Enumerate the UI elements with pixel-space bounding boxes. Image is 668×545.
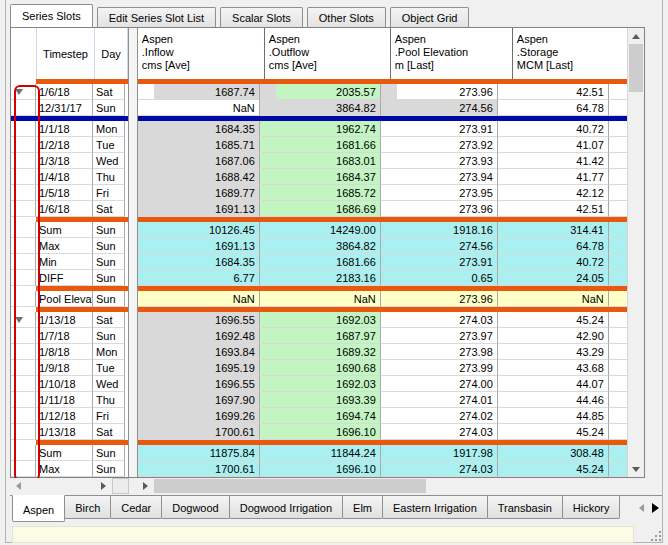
value-cell[interactable]: 1689.32 — [260, 344, 381, 360]
timestep-cell[interactable]: 1/2/18 — [36, 137, 93, 153]
value-cell[interactable]: 0.65 — [381, 270, 498, 286]
value-cell[interactable]: 1687.74 — [138, 84, 260, 100]
tab-series-slots[interactable]: Series Slots — [10, 4, 93, 27]
day-cell[interactable]: Mon — [93, 344, 125, 360]
value-cell[interactable]: 1962.74 — [260, 121, 381, 137]
value-cell[interactable]: 1695.19 — [138, 360, 260, 376]
value-cell[interactable]: 41.07 — [498, 137, 609, 153]
tab-other-slots[interactable]: Other Slots — [307, 7, 386, 27]
value-cell[interactable]: 42.90 — [498, 328, 609, 344]
value-cell[interactable]: 24.05 — [498, 270, 609, 286]
value-cell[interactable]: 1918.16 — [381, 222, 498, 238]
value-cell[interactable]: 273.96 — [381, 84, 498, 100]
value-cell[interactable] — [609, 84, 627, 100]
value-cell[interactable] — [609, 312, 627, 328]
object-tab-cedar[interactable]: Cedar — [110, 496, 162, 519]
timestep-cell[interactable]: Sum — [36, 445, 93, 461]
value-cell[interactable] — [609, 201, 627, 217]
value-cell[interactable]: 1693.84 — [138, 344, 260, 360]
timestep-cell[interactable]: Pool Elevat — [36, 291, 93, 307]
timestep-cell[interactable]: 1/13/18 — [36, 424, 93, 440]
main-scroll-thumb[interactable] — [154, 479, 426, 493]
timestep-cell[interactable]: 1/11/18 — [36, 392, 93, 408]
object-tab-elm[interactable]: Elm — [342, 496, 383, 519]
value-cell[interactable]: 273.92 — [381, 137, 498, 153]
pane-resize-button[interactable] — [112, 478, 129, 494]
object-tab-transbasin[interactable]: Transbasin — [487, 496, 563, 519]
day-cell[interactable]: Fri — [93, 408, 125, 424]
value-cell[interactable]: 43.68 — [498, 360, 609, 376]
day-cell[interactable]: Sat — [93, 424, 125, 440]
value-cell[interactable]: NaN — [138, 100, 260, 116]
value-cell[interactable] — [609, 344, 627, 360]
object-tab-birch[interactable]: Birch — [64, 496, 111, 519]
day-cell[interactable]: Mon — [93, 121, 125, 137]
value-cell[interactable] — [609, 121, 627, 137]
vertical-scroll-thumb[interactable] — [629, 44, 643, 92]
value-cell[interactable]: 42.51 — [498, 84, 609, 100]
timestep-cell[interactable]: DIFF — [36, 270, 93, 286]
pane-splitter[interactable] — [128, 28, 138, 477]
tab-scalar-slots[interactable]: Scalar Slots — [220, 7, 303, 27]
value-cell[interactable] — [609, 445, 627, 461]
value-cell[interactable]: 274.56 — [381, 100, 498, 116]
value-cell[interactable]: 3864.82 — [260, 100, 381, 116]
value-cell[interactable]: 1696.10 — [260, 461, 381, 477]
value-cell[interactable]: 14249.00 — [260, 222, 381, 238]
value-cell[interactable]: 1691.13 — [138, 201, 260, 217]
day-cell[interactable]: Thu — [93, 169, 125, 185]
object-tab-aspen[interactable]: Aspen — [12, 495, 65, 522]
timestep-cell[interactable]: 1/13/18 — [36, 312, 93, 328]
value-cell[interactable]: 1699.26 — [138, 408, 260, 424]
value-cell[interactable]: 1681.66 — [260, 137, 381, 153]
value-cell[interactable]: 43.29 — [498, 344, 609, 360]
timestep-cell[interactable]: 1/6/18 — [36, 84, 93, 100]
value-cell[interactable]: 273.96 — [381, 291, 498, 307]
value-cell[interactable]: 64.78 — [498, 238, 609, 254]
value-cell[interactable]: 273.99 — [381, 360, 498, 376]
value-cell[interactable] — [609, 408, 627, 424]
value-cell[interactable]: 1700.61 — [138, 461, 260, 477]
value-cell[interactable]: 1686.69 — [260, 201, 381, 217]
left-pane-scroll-right[interactable] — [95, 478, 111, 494]
value-cell[interactable]: NaN — [260, 291, 381, 307]
value-cell[interactable]: 1692.48 — [138, 328, 260, 344]
day-cell[interactable]: Tue — [93, 137, 125, 153]
timestep-cell[interactable]: Min — [36, 254, 93, 270]
value-cell[interactable]: 1700.61 — [138, 424, 260, 440]
left-pane-hscrollbar[interactable] — [10, 478, 111, 494]
value-cell[interactable]: 1681.66 — [260, 254, 381, 270]
value-cell[interactable]: NaN — [498, 291, 609, 307]
day-cell[interactable]: Sat — [93, 312, 125, 328]
value-cell[interactable]: 64.78 — [498, 100, 609, 116]
value-cell[interactable]: 11844.24 — [260, 445, 381, 461]
timestep-cell[interactable]: 12/31/17 — [36, 100, 93, 116]
value-cell[interactable]: 273.93 — [381, 153, 498, 169]
value-cell[interactable]: 45.24 — [498, 312, 609, 328]
value-cell[interactable] — [609, 222, 627, 238]
object-tab-eastern-irrigation[interactable]: Eastern Irrigation — [382, 496, 488, 519]
value-cell[interactable]: 1917.98 — [381, 445, 498, 461]
value-cell[interactable]: 1696.55 — [138, 312, 260, 328]
timestep-cell[interactable]: 1/12/18 — [36, 408, 93, 424]
value-cell[interactable] — [609, 376, 627, 392]
value-cell[interactable]: 273.95 — [381, 185, 498, 201]
value-cell[interactable] — [609, 238, 627, 254]
value-cell[interactable]: 40.72 — [498, 121, 609, 137]
value-cell[interactable]: 1684.35 — [138, 121, 260, 137]
day-cell[interactable]: Tue — [93, 360, 125, 376]
timestep-cell[interactable]: 1/3/18 — [36, 153, 93, 169]
value-cell[interactable]: 1687.06 — [138, 153, 260, 169]
day-cell[interactable]: Wed — [93, 376, 125, 392]
value-cell[interactable] — [609, 328, 627, 344]
value-cell[interactable]: 1683.01 — [260, 153, 381, 169]
value-cell[interactable]: 273.91 — [381, 121, 498, 137]
value-cell[interactable] — [609, 137, 627, 153]
day-cell[interactable]: Sun — [93, 238, 125, 254]
value-cell[interactable]: 1697.90 — [138, 392, 260, 408]
tab-object-grid[interactable]: Object Grid — [390, 7, 470, 27]
day-cell[interactable]: Sun — [93, 222, 125, 238]
value-cell[interactable]: 274.03 — [381, 461, 498, 477]
value-cell[interactable]: 1692.03 — [260, 376, 381, 392]
value-cell[interactable]: 44.85 — [498, 408, 609, 424]
